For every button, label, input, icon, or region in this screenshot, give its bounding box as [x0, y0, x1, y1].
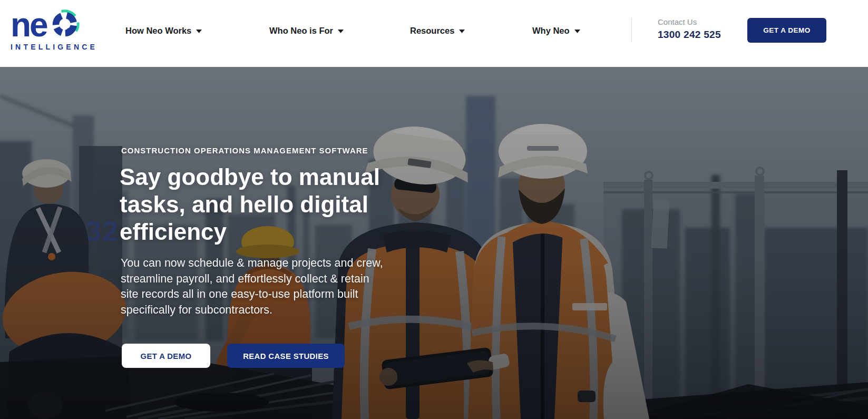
hero-body-text: You can now schedule & manage projects a…	[121, 256, 383, 318]
nav-item-resources[interactable]: Resources	[410, 25, 465, 37]
hero-eyebrow: CONSTRUCTION OPERATIONS MANAGEMENT SOFTW…	[121, 146, 368, 155]
nav-label: Why Neo	[532, 25, 570, 37]
nav-label: Resources	[410, 25, 454, 37]
hero-heading-line: Say goodbye to manual	[120, 163, 380, 191]
hero-section: 32	[0, 67, 868, 419]
contact-block: Contact Us 1300 242 525	[658, 17, 721, 41]
chevron-down-icon	[574, 30, 580, 33]
read-case-studies-button[interactable]: READ CASE STUDIES	[227, 344, 345, 368]
logo-text-intelligence: INTELLIGENCE	[11, 43, 97, 51]
nav-label: Who Neo is For	[269, 25, 333, 37]
hero-heading: Say goodbye to manual tasks, and hello d…	[120, 163, 380, 246]
hero-body-line: specifically for subcontractors.	[121, 303, 383, 318]
chevron-down-icon	[338, 30, 344, 33]
get-a-demo-button-hero[interactable]: GET A DEMO	[122, 344, 210, 368]
nav-item-who-neo-is-for[interactable]: Who Neo is For	[269, 25, 344, 37]
hero-content: CONSTRUCTION OPERATIONS MANAGEMENT SOFTW…	[0, 67, 868, 419]
get-a-demo-button-header[interactable]: GET A DEMO	[747, 18, 826, 43]
chevron-down-icon	[459, 30, 465, 33]
neo-intelligence-logo[interactable]: ne INTELLIGENCE	[11, 6, 97, 51]
logo-wordmark: ne	[11, 6, 97, 41]
contact-us-label: Contact Us	[658, 17, 721, 26]
chevron-down-icon	[196, 30, 202, 33]
hero-heading-line: efficiency	[120, 218, 380, 246]
logo-o-mark-icon	[48, 8, 81, 41]
site-header: ne INTELLIGENCE How Neo Works Who Neo is…	[0, 0, 868, 67]
nav-label: How Neo Works	[125, 25, 191, 37]
logo-text-ne: ne	[11, 9, 47, 41]
hero-body-line: streamline payroll, and effortlessly col…	[121, 271, 383, 287]
hero-heading-line: tasks, and hello digital	[120, 191, 380, 218]
nav-item-how-neo-works[interactable]: How Neo Works	[125, 25, 202, 37]
nav-item-why-neo[interactable]: Why Neo	[532, 25, 580, 37]
hero-body-line: You can now schedule & manage projects a…	[121, 256, 383, 271]
header-divider	[631, 18, 632, 42]
hero-body-line: site records all in one easy-to-use plat…	[121, 287, 383, 303]
phone-number[interactable]: 1300 242 525	[658, 29, 721, 41]
